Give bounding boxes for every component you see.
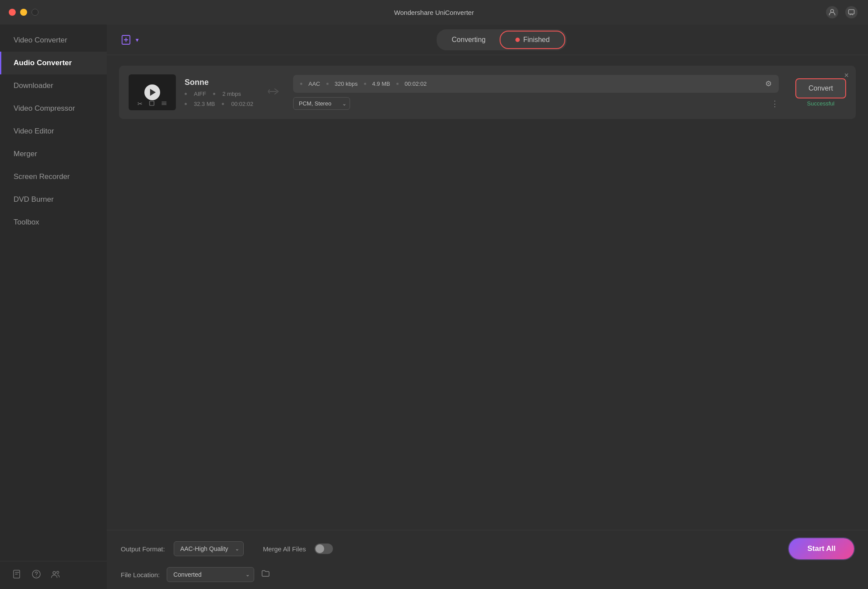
- meta-dot-3: [185, 103, 187, 105]
- out-dot-3: [364, 83, 366, 85]
- add-chevron-icon: ▾: [136, 36, 139, 43]
- minimize-button[interactable]: [20, 9, 27, 16]
- svg-point-5: [53, 571, 56, 574]
- converting-tab[interactable]: Converting: [438, 32, 500, 47]
- merge-files-label: Merge All Files: [263, 545, 306, 553]
- sidebar-bottom: [0, 561, 107, 589]
- convert-arrow-icon: [268, 85, 280, 100]
- merge-toggle[interactable]: [315, 543, 333, 554]
- bottom-bar: Output Format: AAC-High Quality MP3 FLAC…: [107, 530, 868, 567]
- title-bar: Wondershare UniConverter: [0, 0, 868, 25]
- sidebar-item-toolbox[interactable]: Toolbox: [0, 211, 107, 234]
- toggle-knob: [315, 544, 324, 553]
- sidebar-item-audio-converter[interactable]: Audio Converter: [0, 52, 107, 74]
- sidebar-item-merger[interactable]: Merger: [0, 143, 107, 165]
- file-name: Sonne: [185, 78, 255, 87]
- play-button[interactable]: [144, 84, 160, 100]
- sidebar-item-dvd-burner[interactable]: DVD Burner: [0, 188, 107, 211]
- output-format-label: Output Format:: [121, 545, 165, 553]
- help-icon[interactable]: [32, 569, 41, 581]
- book-icon[interactable]: [12, 569, 22, 581]
- out-dot-4: [396, 83, 399, 85]
- file-card: × ✂: [119, 66, 856, 119]
- output-info: AAC 320 kbps 4.9 MB 00:02:02 ⚙: [293, 75, 779, 110]
- file-location-label: File Location:: [121, 571, 160, 578]
- channel-select[interactable]: PCM, Stereo PCM, Mono Stereo: [293, 97, 350, 110]
- source-format: AIFF: [194, 91, 206, 97]
- out-dot-1: [300, 83, 302, 85]
- output-bitrate: 320 kbps: [335, 81, 358, 87]
- successful-label: Successful: [807, 100, 835, 107]
- output-settings-icon[interactable]: ⚙: [765, 79, 772, 88]
- close-button[interactable]: [9, 9, 16, 16]
- finished-tab[interactable]: Finished: [501, 32, 564, 47]
- convert-btn-wrapper: Convert Successful: [795, 78, 846, 107]
- output-top: AAC 320 kbps 4.9 MB 00:02:02 ⚙: [293, 75, 779, 93]
- sidebar: Video Converter Audio Converter Download…: [0, 25, 107, 589]
- output-bottom: PCM, Stereo PCM, Mono Stereo ⋮: [293, 97, 779, 110]
- tab-group: Converting Finished: [437, 29, 567, 50]
- svg-rect-8: [150, 101, 154, 105]
- sidebar-item-video-converter[interactable]: Video Converter: [0, 29, 107, 52]
- meta-dot-4: [222, 103, 224, 105]
- user-icon[interactable]: [826, 6, 838, 18]
- svg-rect-1: [849, 10, 854, 14]
- sidebar-item-video-editor[interactable]: Video Editor: [0, 120, 107, 143]
- source-bitrate: 2 mbps: [222, 91, 241, 97]
- top-bar: ▾ Converting Finished: [107, 25, 868, 55]
- sidebar-item-video-compressor[interactable]: Video Compressor: [0, 97, 107, 120]
- file-source-meta-2: 32.3 MB 00:02:02: [185, 101, 255, 107]
- content-area: ▾ Converting Finished ×: [107, 25, 868, 589]
- sidebar-item-downloader[interactable]: Downloader: [0, 74, 107, 97]
- file-source-meta: AIFF 2 mbps: [185, 91, 255, 97]
- thumbnail-tools: ✂: [129, 100, 176, 108]
- finished-tab-wrapper: Finished: [500, 31, 565, 49]
- more-options-icon[interactable]: ⋮: [771, 99, 779, 109]
- app-title: Wondershare UniConverter: [394, 9, 474, 16]
- source-duration: 00:02:02: [231, 101, 253, 107]
- maximize-button[interactable]: [32, 9, 38, 16]
- title-bar-icons: [826, 6, 858, 18]
- output-format-select-wrapper: AAC-High Quality MP3 FLAC WAV OGG: [174, 541, 244, 556]
- svg-point-4: [36, 576, 37, 577]
- traffic-lights: [9, 9, 38, 16]
- play-icon: [150, 89, 156, 96]
- add-file-button[interactable]: ▾: [121, 34, 139, 46]
- sidebar-item-screen-recorder[interactable]: Screen Recorder: [0, 165, 107, 188]
- output-format-select[interactable]: AAC-High Quality MP3 FLAC WAV OGG: [174, 541, 244, 556]
- meta-dot-2: [213, 93, 215, 95]
- finished-dot: [515, 38, 520, 42]
- main-layout: Video Converter Audio Converter Download…: [0, 25, 868, 589]
- convert-button[interactable]: Convert: [795, 78, 846, 98]
- channel-select-wrapper: PCM, Stereo PCM, Mono Stereo: [293, 97, 350, 110]
- output-duration: 00:02:02: [405, 81, 427, 87]
- users-icon[interactable]: [51, 569, 60, 581]
- output-format: AAC: [308, 81, 320, 87]
- file-thumbnail: ✂: [129, 74, 176, 110]
- bottom-bar-row2: File Location: Converted Desktop Downloa…: [107, 567, 868, 589]
- start-all-button[interactable]: Start All: [789, 538, 854, 559]
- file-area: × ✂: [107, 55, 868, 530]
- chat-icon[interactable]: [845, 6, 858, 18]
- out-dot-2: [326, 83, 329, 85]
- meta-dot-1: [185, 93, 187, 95]
- file-location-select-wrapper: Converted Desktop Downloads: [167, 567, 254, 582]
- svg-point-6: [57, 571, 59, 574]
- source-size: 32.3 MB: [194, 101, 215, 107]
- cut-icon[interactable]: ✂: [137, 100, 143, 108]
- settings-icon[interactable]: [161, 100, 167, 108]
- output-size: 4.9 MB: [372, 81, 390, 87]
- file-location-select[interactable]: Converted Desktop Downloads: [167, 567, 254, 582]
- close-card-button[interactable]: ×: [844, 71, 849, 80]
- output-meta: AAC 320 kbps 4.9 MB 00:02:02: [300, 81, 759, 87]
- crop-icon[interactable]: [149, 100, 155, 108]
- file-info: Sonne AIFF 2 mbps 32.3 MB 00:02:02: [185, 78, 255, 107]
- browse-folder-icon[interactable]: [261, 569, 270, 580]
